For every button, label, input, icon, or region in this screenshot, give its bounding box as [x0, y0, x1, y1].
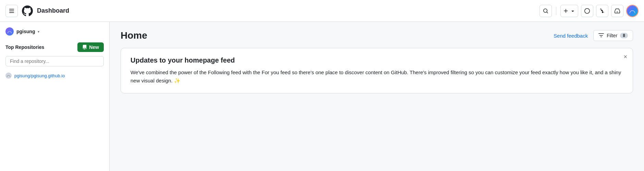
nav-divider — [556, 7, 556, 15]
send-feedback-link[interactable]: Send feedback — [554, 33, 588, 39]
user-section[interactable]: pgisung ▾ — [5, 27, 104, 36]
copilot-button[interactable] — [581, 5, 593, 17]
chevron-down-icon — [570, 8, 575, 14]
top-nav: Dashboard — [0, 0, 644, 22]
search-icon — [543, 8, 548, 14]
feed-card-title: Updates to your homepage feed — [131, 56, 623, 64]
sidebar-username: pgisung — [16, 29, 35, 34]
sidebar-dropdown-arrow: ▾ — [38, 30, 39, 34]
nav-left: Dashboard — [5, 5, 69, 17]
filter-badge: 8 — [620, 33, 628, 38]
sidebar: pgisung ▾ Top Repositories New pgisung/p… — [0, 22, 110, 171]
inbox-button[interactable] — [611, 5, 623, 17]
nav-right — [540, 5, 639, 17]
repo-avatar-icon — [5, 73, 12, 79]
copilot-icon — [584, 8, 590, 14]
page-title: Home — [121, 30, 554, 41]
filter-label: Filter — [607, 33, 617, 38]
github-logo-icon — [22, 5, 33, 16]
close-button[interactable]: × — [623, 54, 627, 60]
create-new-button[interactable] — [560, 5, 578, 17]
avatar-person-icon — [629, 8, 636, 14]
new-repo-button[interactable]: New — [77, 42, 104, 52]
top-repos-header: Top Repositories New — [5, 42, 104, 52]
new-repo-icon — [82, 45, 87, 50]
pull-requests-button[interactable] — [596, 5, 608, 17]
pull-request-icon — [599, 8, 605, 14]
top-repos-title: Top Repositories — [5, 44, 44, 50]
sidebar-avatar-icon — [7, 29, 12, 34]
filter-icon — [598, 33, 604, 38]
hamburger-icon — [9, 8, 14, 14]
sidebar-avatar — [5, 27, 14, 36]
feed-card-body: We've combined the power of the Followin… — [131, 68, 623, 85]
user-avatar-button[interactable] — [626, 5, 639, 17]
avatar — [627, 5, 638, 16]
nav-title: Dashboard — [37, 7, 69, 14]
inbox-icon — [615, 8, 620, 14]
new-repo-label: New — [89, 44, 99, 50]
hamburger-button[interactable] — [5, 5, 18, 17]
repo-link[interactable]: pgisung/pgisung.github.io — [14, 73, 65, 78]
plus-icon — [563, 8, 569, 14]
filter-button[interactable]: Filter 8 — [593, 30, 633, 41]
feed-card: × Updates to your homepage feed We've co… — [121, 48, 633, 93]
repo-owner-icon — [7, 74, 11, 78]
content-header: Home Send feedback Filter 8 — [121, 30, 633, 41]
content-area: Home Send feedback Filter 8 × Updates to… — [110, 22, 644, 171]
main-layout: pgisung ▾ Top Repositories New pgisung/p… — [0, 22, 644, 171]
search-button[interactable] — [540, 5, 552, 17]
list-item[interactable]: pgisung/pgisung.github.io — [5, 70, 104, 81]
find-repo-input[interactable] — [5, 56, 104, 66]
